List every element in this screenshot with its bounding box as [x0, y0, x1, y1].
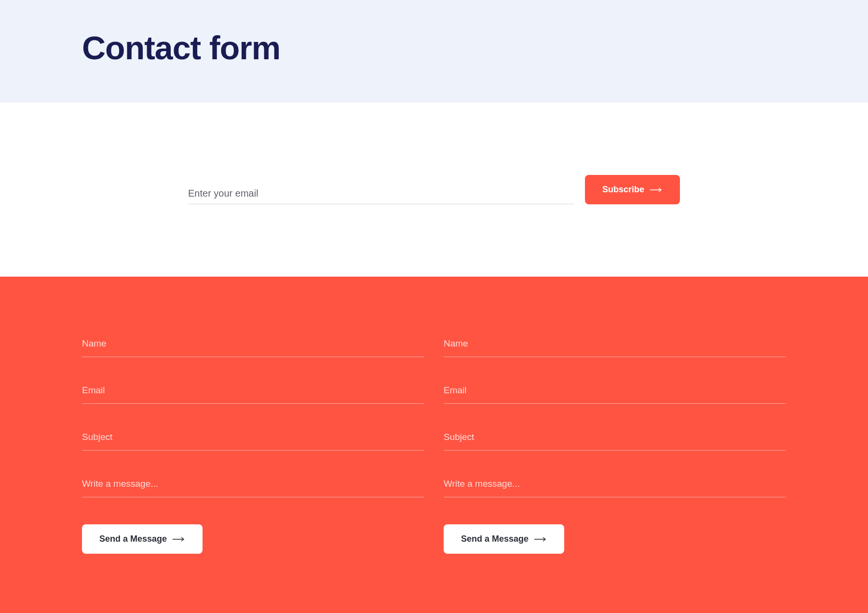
email-input[interactable]	[82, 381, 424, 404]
subject-input[interactable]	[82, 428, 424, 451]
contact-section: Send a Message Send a Message	[0, 277, 868, 613]
page-title: Contact form	[82, 29, 786, 67]
subscribe-section: Subscribe	[0, 103, 868, 277]
contact-form-left: Send a Message	[82, 334, 424, 554]
subscribe-button[interactable]: Subscribe	[585, 175, 680, 204]
subscribe-button-label: Subscribe	[602, 185, 644, 195]
name-input[interactable]	[444, 334, 786, 357]
send-row: Send a Message	[444, 524, 786, 554]
arrow-right-icon	[650, 185, 663, 195]
hero-section: Contact form	[0, 0, 868, 103]
subscribe-row: Subscribe	[188, 175, 680, 204]
arrow-right-icon	[173, 534, 185, 544]
send-button-label: Send a Message	[461, 534, 529, 544]
subject-input[interactable]	[444, 428, 786, 451]
arrow-right-icon	[534, 534, 547, 544]
message-input[interactable]	[444, 475, 786, 497]
send-button-label: Send a Message	[99, 534, 167, 544]
send-row: Send a Message	[82, 524, 424, 554]
name-input[interactable]	[82, 334, 424, 357]
email-input[interactable]	[444, 381, 786, 404]
send-message-button[interactable]: Send a Message	[82, 524, 203, 554]
subscribe-email-input[interactable]	[188, 183, 574, 204]
message-input[interactable]	[82, 475, 424, 497]
contact-form-right: Send a Message	[444, 334, 786, 554]
contact-columns: Send a Message Send a Message	[68, 334, 800, 554]
hero-inner: Contact form	[68, 29, 800, 67]
send-message-button[interactable]: Send a Message	[444, 524, 564, 554]
